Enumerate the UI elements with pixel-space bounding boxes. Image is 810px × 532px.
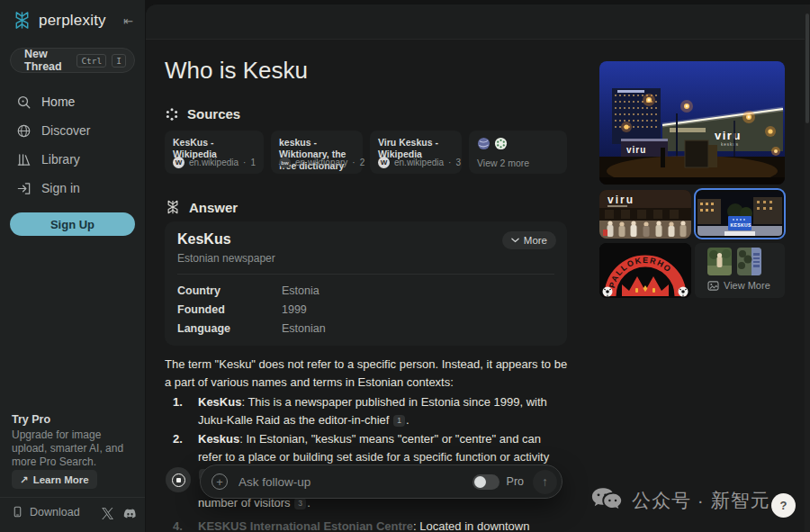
dot-separator: · xyxy=(352,158,355,167)
fact-label: Country xyxy=(177,284,282,297)
answer-list-item-4: 4. KESKUS International Estonian Centre:… xyxy=(173,518,562,532)
source-domain: en.wiktionary xyxy=(295,158,347,167)
perplexity-logo[interactable]: perplexity xyxy=(12,10,106,31)
view-more-images-card[interactable]: View More xyxy=(695,243,785,298)
fact-row-country: Country Estonia xyxy=(177,284,320,297)
discord-icon[interactable] xyxy=(123,507,137,523)
sidebar-item-label: Home xyxy=(41,95,75,109)
source-domain: en.wikipedia xyxy=(394,158,444,167)
viru-storefront-photo: viru xyxy=(599,190,691,239)
attach-plus-icon[interactable]: + xyxy=(212,473,228,490)
source-index: 1 xyxy=(250,158,256,167)
follow-up-input[interactable] xyxy=(238,475,472,489)
divider xyxy=(177,274,554,275)
term-text: : In Estonian, "keskus" means "center" o… xyxy=(198,432,549,464)
sidebar-item-discover[interactable]: Discover xyxy=(16,121,90,140)
svg-text:viru: viru xyxy=(608,194,634,206)
source-domain: en.wikipedia xyxy=(189,158,238,167)
answer-perplexity-icon xyxy=(165,199,181,215)
wechat-watermark: 公众号 · 新智元 xyxy=(590,486,770,514)
wechat-icon xyxy=(590,486,625,514)
chevron-down-icon xyxy=(511,238,519,243)
try-pro-description: Upgrade for image upload, smarter AI, an… xyxy=(12,428,136,469)
fact-label: Founded xyxy=(177,303,282,316)
main-result-image[interactable]: viru keskus viru xyxy=(599,61,785,185)
sidebar-item-label: Sign in xyxy=(41,181,80,195)
scrollbar-track[interactable] xyxy=(805,5,810,532)
sign-up-button[interactable]: Sign Up xyxy=(10,212,135,236)
x-social-icon[interactable] xyxy=(102,507,113,523)
wikipedia-favicon: W xyxy=(173,157,184,168)
watermark-text: 公众号 · 新智元 xyxy=(632,488,770,513)
source-card-2[interactable]: keskus - Wiktionary, the free dictionary… xyxy=(271,131,363,174)
source-card-1[interactable]: KesKus - Wikipedia W en.wikipedia · 1 xyxy=(165,131,264,174)
thumbnail-viru-storefront[interactable]: viru xyxy=(599,190,691,239)
sidebar-item-library[interactable]: Library xyxy=(16,149,80,169)
svg-text:KESKUS: KESKUS xyxy=(731,222,752,228)
view-more-sources-label: View 2 more xyxy=(477,158,529,168)
more-label: More xyxy=(524,235,547,246)
search-icon xyxy=(16,95,32,110)
sign-in-icon xyxy=(16,181,32,196)
phone-icon xyxy=(12,505,23,518)
keskus-street-photo: KESKUS xyxy=(698,192,782,236)
svg-text:viru: viru xyxy=(626,145,646,155)
citation-chip[interactable]: 3 xyxy=(294,498,306,509)
entity-title: KesKus xyxy=(177,231,231,248)
mini-thumbnails xyxy=(707,248,761,275)
thumbnail-selected-keskus[interactable]: KESKUS xyxy=(694,188,786,239)
source-index: 2 xyxy=(360,158,365,167)
shortcut-key-i: I xyxy=(112,54,126,68)
shortcut-key-ctrl: Ctrl xyxy=(76,54,106,68)
globe-icon xyxy=(16,123,32,139)
fact-value: Estonian xyxy=(282,322,326,335)
term-bold: Keskus xyxy=(198,432,239,446)
download-label: Download xyxy=(30,506,80,518)
sources-icon xyxy=(165,107,179,122)
list-number: 4. xyxy=(173,518,198,532)
new-thread-button[interactable]: New Thread Ctrl I xyxy=(10,48,135,73)
wiktionary-favicon: bw xyxy=(279,157,291,168)
download-button[interactable]: Download xyxy=(12,505,80,518)
pallokerho-crest: PALLOKERHO xyxy=(599,243,691,298)
copilot-toggle[interactable] xyxy=(472,474,500,490)
fact-row-language: Language Estonian xyxy=(177,322,326,335)
thumbnail-pallokerho-logo[interactable]: PALLOKERHO xyxy=(599,243,691,298)
arrow-up-right-icon: ↗ xyxy=(20,473,29,486)
more-button[interactable]: More xyxy=(502,231,556,249)
answer-list-item-1: 1. KesKus: This is a newspaper published… xyxy=(173,393,562,428)
source-card-3[interactable]: Viru Keskus - Wikipedia W en.wikipedia ·… xyxy=(370,131,462,174)
period: . xyxy=(406,413,410,427)
submit-arrow-button[interactable]: ↑ xyxy=(533,470,557,494)
svg-text:keskus: keskus xyxy=(721,142,739,147)
follow-up-bar[interactable]: + Pro ↑ xyxy=(200,464,562,499)
stop-icon xyxy=(172,473,185,487)
fact-value: Estonia xyxy=(282,284,320,297)
stop-generating-button[interactable] xyxy=(166,467,191,492)
dot-separator: · xyxy=(243,158,246,167)
sidebar-item-signin[interactable]: Sign in xyxy=(16,178,80,198)
learn-more-label: Learn More xyxy=(33,474,89,485)
sources-header-label: Sources xyxy=(187,106,240,122)
term-bold: KesKus xyxy=(198,395,241,409)
source-index: 3 xyxy=(455,158,461,167)
help-button[interactable]: ? xyxy=(771,493,796,518)
source-card-view-more[interactable]: View 2 more xyxy=(469,131,567,174)
citation-chip[interactable]: 1 xyxy=(393,415,405,427)
learn-more-button[interactable]: ↗ Learn More xyxy=(12,470,97,489)
collapse-sidebar-icon[interactable]: ⇤ xyxy=(123,14,133,28)
sidebar-item-home[interactable]: Home xyxy=(16,92,75,112)
term-text: : This is a newspaper published in Eston… xyxy=(198,395,547,427)
sidebar: perplexity ⇤ New Thread Ctrl I Home Disc… xyxy=(0,0,145,532)
source-meta: W en.wikipedia · 3 xyxy=(378,157,461,168)
scrollbar-thumb[interactable] xyxy=(806,14,809,123)
list-number: 1. xyxy=(173,393,198,428)
entity-subtitle: Estonian newspaper xyxy=(177,252,275,265)
term-bold: KESKUS International Estonian Centre xyxy=(198,519,413,532)
site-favicon xyxy=(494,137,508,150)
fact-label: Language xyxy=(177,322,282,335)
fact-row-founded: Founded 1999 xyxy=(177,303,307,316)
fact-value: 1999 xyxy=(282,303,307,316)
answer-intro: The term "Kesku" does not refer to a spe… xyxy=(165,356,572,392)
sidebar-item-label: Discover xyxy=(41,123,90,138)
